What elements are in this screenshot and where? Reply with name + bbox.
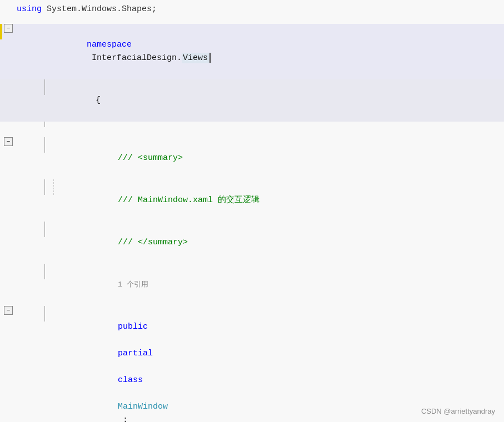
- collapse-class[interactable]: −: [0, 306, 17, 315]
- summary-text-line: /// MainWindow.xaml 的交互逻辑: [0, 179, 504, 222]
- collapse-box-summary[interactable]: −: [4, 137, 13, 146]
- ref-count-1-line: 1 个引用: [0, 264, 504, 306]
- collapse-box-class[interactable]: −: [4, 306, 13, 315]
- watermark: CSDN @arriettyandray: [421, 407, 495, 415]
- ref-count-1-text: 1 个引用: [118, 280, 148, 289]
- namespace-name: InterfacialDesign.: [87, 53, 182, 63]
- vline-1: [44, 79, 53, 95]
- namespace-line: − namespace InterfacialDesign.Views: [0, 24, 504, 79]
- summary-open-line: − /// <summary>: [0, 137, 504, 179]
- namespace-views: Views: [182, 53, 209, 63]
- kw-namespace: namespace: [87, 40, 132, 49]
- summary-close-code: /// </summary>: [76, 222, 504, 264]
- using-line: using System.Windows.Shapes;: [0, 0, 504, 18]
- collapse-namespace[interactable]: −: [0, 24, 17, 33]
- using-content: System.Windows.Shapes;: [47, 4, 157, 14]
- brace1-code: {: [53, 79, 504, 122]
- summary-open-code: /// <summary>: [76, 137, 504, 179]
- class-line: − public partial class MainWindow : Wind…: [0, 306, 504, 422]
- summary-close-line: /// </summary>: [0, 222, 504, 264]
- code-area: − namespace InterfacialDesign.Views {: [0, 18, 504, 422]
- summary-text-code: /// MainWindow.xaml 的交互逻辑: [76, 179, 504, 222]
- summary-close-text: /// </summary>: [118, 238, 188, 247]
- brace-open-1: {: [0, 79, 504, 122]
- code-editor: using System.Windows.Shapes; − namespace…: [0, 0, 504, 422]
- text-cursor: [209, 53, 211, 63]
- collapse-box-namespace[interactable]: −: [4, 24, 13, 33]
- summary-open-text: /// <summary>: [118, 153, 183, 163]
- keyword-using: using: [17, 4, 42, 14]
- collapse-summary[interactable]: −: [0, 137, 17, 146]
- class-name: MainWindow: [118, 402, 168, 411]
- blank-line-1: [0, 122, 504, 137]
- brace1-text: {: [96, 96, 101, 105]
- summary-text-content: /// MainWindow.xaml 的交互逻辑: [118, 195, 260, 205]
- namespace-code: namespace InterfacialDesign.Views: [44, 24, 504, 79]
- class-code: public partial class MainWindow : Window: [76, 306, 504, 422]
- kw-partial: partial: [118, 349, 153, 358]
- ref-count-1-code: 1 个引用: [76, 264, 504, 306]
- kw-public-1: public: [118, 322, 148, 331]
- yellow-bar: [0, 24, 2, 39]
- kw-class: class: [118, 375, 143, 385]
